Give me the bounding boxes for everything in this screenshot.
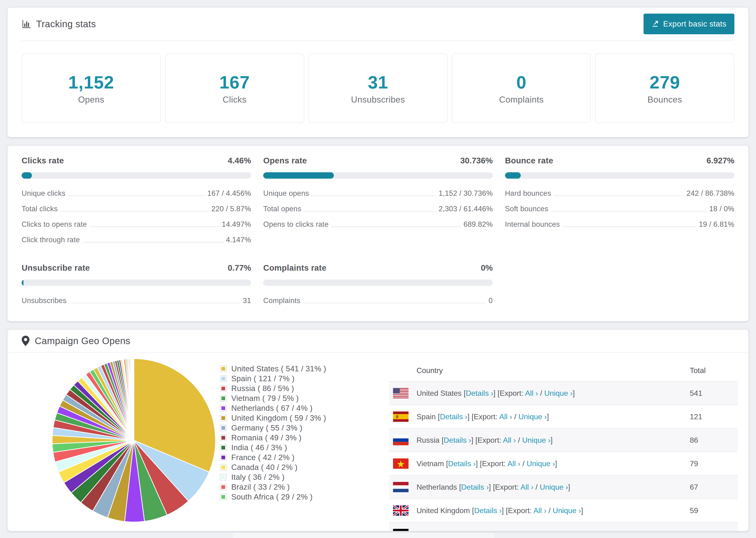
- details-link-netherlands[interactable]: Details ›: [461, 483, 489, 491]
- legend-item-netherlands[interactable]: Netherlands ( 67 / 4% ): [220, 403, 326, 413]
- details-link-united-states[interactable]: Details ›: [466, 389, 493, 398]
- legend-item-italy[interactable]: Italy ( 36 / 2% ): [220, 472, 326, 482]
- legend-swatch-india: [220, 444, 227, 451]
- rate-row-value: 4.147%: [226, 236, 251, 244]
- rate-row-label: Internal bounces: [505, 220, 560, 229]
- country-cell-germany: Germany [Details ›] [Export: All › / Uni…: [416, 530, 690, 532]
- progress-fill-opens-rate: [263, 172, 334, 179]
- export-button-label: Export basic stats: [663, 20, 727, 28]
- country-name-spain: Spain: [416, 412, 436, 421]
- flag-cell-russia: [389, 435, 416, 445]
- dotted-leader: [82, 242, 223, 242]
- rate-row-value: 242 / 86.738%: [686, 189, 734, 198]
- rate-rows-complaints-rate: Complaints0: [263, 293, 493, 308]
- legend-item-united-kingdom[interactable]: United Kingdom ( 59 / 3% ): [220, 413, 326, 423]
- rate-row-label: Opens to clicks rate: [263, 220, 328, 229]
- details-link-spain[interactable]: Details ›: [440, 412, 467, 421]
- rates-grid: Clicks rate4.46%Unique clicks167 / 4.456…: [22, 156, 734, 308]
- total-cell-united-states: 541: [690, 389, 738, 398]
- rate-row-label: Unsubscribes: [22, 296, 67, 305]
- export-all-link-germany[interactable]: All ›: [511, 530, 524, 532]
- legend-swatch-united-kingdom: [220, 415, 227, 421]
- rate-value-bounce-rate: 6.927%: [706, 156, 734, 165]
- country-name-vietnam: Vietnam: [416, 459, 444, 468]
- rate-title-unsubscribe-rate: Unsubscribe rate: [22, 263, 90, 273]
- tracking-stats-card: Tracking stats Export basic stats 1,152O…: [7, 7, 749, 137]
- legend-item-vietnam[interactable]: Vietnam ( 79 / 5% ): [220, 394, 326, 403]
- dotted-leader: [304, 211, 436, 211]
- legend-item-russia[interactable]: Russia ( 86 / 5% ): [220, 384, 326, 394]
- legend-item-france[interactable]: France ( 42 / 2% ): [220, 453, 326, 462]
- export-unique-link-united-states[interactable]: Unique ›: [544, 389, 573, 398]
- rate-row-label: Total opens: [263, 205, 301, 213]
- progress-track-bounce-rate: [505, 172, 734, 179]
- total-cell-netherlands: 67: [690, 483, 738, 492]
- summary-stat-bounces: 279Bounces: [595, 54, 734, 123]
- bar-chart-icon: [22, 19, 31, 29]
- export-icon: [652, 20, 660, 28]
- legend-swatch-romania: [220, 435, 227, 441]
- details-link-united-kingdom[interactable]: Details ›: [474, 506, 502, 515]
- legend-swatch-spain: [220, 375, 227, 382]
- flag-gb: [393, 506, 408, 516]
- export-unique-link-spain[interactable]: Unique ›: [518, 412, 547, 421]
- legend-item-brazil[interactable]: Brazil ( 33 / 2% ): [220, 482, 326, 492]
- export-unique-link-germany[interactable]: Unique ›: [530, 530, 559, 532]
- progress-track-clicks-rate: [22, 172, 251, 179]
- details-link-germany[interactable]: Details ›: [452, 530, 479, 532]
- legend-item-canada[interactable]: Canada ( 40 / 2% ): [220, 462, 326, 472]
- rate-row-label: Soft bounces: [505, 205, 549, 213]
- legend-item-romania[interactable]: Romania ( 49 / 3% ): [220, 433, 326, 443]
- export-unique-link-russia[interactable]: Unique ›: [522, 436, 551, 444]
- geo-table-row-germany: Germany [Details ›] [Export: All › / Uni…: [389, 522, 738, 531]
- summary-stats-row: 1,152Opens167Clicks31Unsubscribes0Compla…: [22, 54, 734, 123]
- legend-item-south-africa[interactable]: South Africa ( 29 / 2% ): [220, 492, 326, 502]
- export-all-link-united-kingdom[interactable]: All ›: [533, 506, 546, 515]
- legend-label-italy: Italy ( 36 / 2% ): [231, 473, 285, 482]
- export-unique-link-vietnam[interactable]: Unique ›: [527, 459, 555, 468]
- export-unique-link-netherlands[interactable]: Unique ›: [540, 483, 568, 491]
- rate-row: Hard bounces242 / 86.738%: [505, 186, 734, 201]
- summary-stat-clicks: 167Clicks: [165, 54, 304, 123]
- export-all-link-spain[interactable]: All ›: [499, 412, 512, 421]
- details-link-vietnam[interactable]: Details ›: [448, 459, 476, 468]
- rate-row: Soft bounces18 / 0%: [505, 201, 734, 217]
- details-link-russia[interactable]: Details ›: [444, 436, 471, 444]
- geo-title: Campaign Geo Opens: [22, 336, 130, 346]
- rate-row-value: 220 / 5.87%: [212, 205, 251, 213]
- pie-slice-other-40[interactable]: [134, 359, 134, 440]
- page-title-text: Tracking stats: [36, 19, 96, 29]
- tracking-stats-page: Tracking stats Export basic stats 1,152O…: [0, 0, 756, 538]
- rate-row: Clicks to opens rate14.497%: [22, 217, 251, 232]
- legend-item-spain[interactable]: Spain ( 121 / 7% ): [220, 374, 326, 384]
- legend-label-south-africa: South Africa ( 29 / 2% ): [231, 493, 313, 501]
- dotted-leader: [551, 211, 706, 211]
- dotted-leader: [68, 195, 204, 196]
- geo-opens-pie-chart[interactable]: [47, 353, 221, 527]
- horizontal-scrollbar[interactable]: [233, 533, 494, 538]
- total-cell-germany: 55: [690, 530, 738, 532]
- rate-row-value: 19 / 6.81%: [699, 220, 734, 229]
- export-unique-link-united-kingdom[interactable]: Unique ›: [553, 506, 581, 515]
- export-basic-stats-button[interactable]: Export basic stats: [644, 14, 734, 34]
- export-all-link-vietnam[interactable]: All ›: [507, 459, 520, 468]
- legend-item-india[interactable]: India ( 46 / 3% ): [220, 443, 326, 453]
- rate-title-row-bounce-rate: Bounce rate6.927%: [505, 156, 734, 165]
- stat-label-opens: Opens: [78, 95, 104, 105]
- legend-label-netherlands: Netherlands ( 67 / 4% ): [231, 404, 312, 413]
- legend-swatch-south-africa: [220, 494, 227, 500]
- export-all-link-russia[interactable]: All ›: [503, 436, 516, 444]
- legend-swatch-brazil: [220, 484, 227, 490]
- legend-item-united-states[interactable]: United States ( 541 / 31% ): [220, 364, 326, 374]
- flag-es: [393, 411, 408, 422]
- rate-row: Click through rate4.147%: [22, 232, 251, 248]
- rate-value-clicks-rate: 4.46%: [228, 156, 251, 165]
- geo-title-text: Campaign Geo Opens: [35, 336, 130, 346]
- dotted-leader: [69, 303, 240, 303]
- export-all-link-united-states[interactable]: All ›: [525, 389, 538, 398]
- rate-row-label: Unique clicks: [22, 189, 66, 198]
- rate-section-clicks-rate: Clicks rate4.46%Unique clicks167 / 4.456…: [22, 156, 251, 248]
- legend-item-germany[interactable]: Germany ( 55 / 3% ): [220, 423, 326, 433]
- export-all-link-netherlands[interactable]: All ›: [520, 483, 533, 491]
- rate-section-complaints-rate: Complaints rate0%Complaints0: [263, 263, 493, 308]
